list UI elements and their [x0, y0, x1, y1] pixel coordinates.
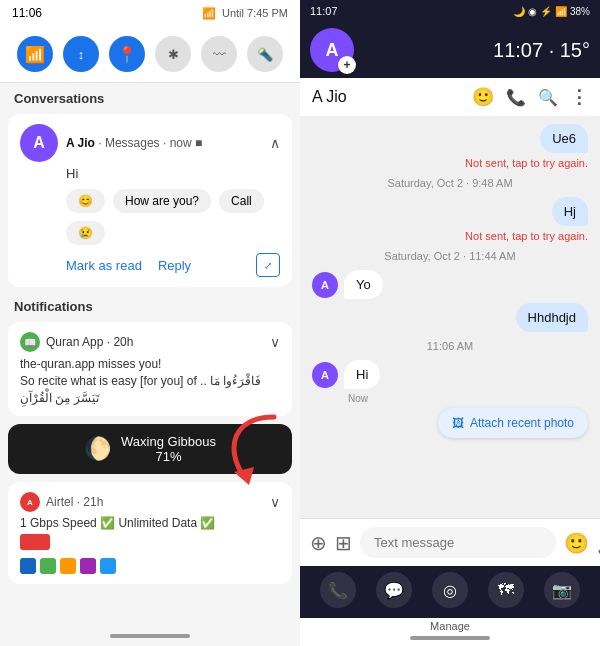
chat-search-icon[interactable]: 🔍	[538, 88, 558, 107]
moon-status: 🌙	[513, 6, 525, 17]
conversation-card: A A Jio · Messages · now ■ ∧ Hi 😊	[8, 114, 292, 287]
chrome-nav-icon[interactable]: ◎	[432, 572, 468, 608]
chat-phone-icon[interactable]: 📞	[506, 88, 526, 107]
location-tile[interactable]: 📍	[109, 36, 145, 72]
small-icon-5	[100, 558, 116, 574]
not-sent-1[interactable]: Not sent, tap to try again.	[465, 157, 588, 169]
msg-hj: Hj	[552, 197, 588, 226]
nfc-tile[interactable]: 〰	[201, 36, 237, 72]
flashlight-tile[interactable]: 🔦	[247, 36, 283, 72]
msg-hhdhdjd: Hhdhdjd	[516, 303, 588, 332]
airtel-name: Airtel · 21h	[46, 495, 103, 509]
call-action[interactable]: Call	[219, 189, 264, 213]
signal-right: ⚡	[540, 6, 552, 17]
chat-action-icons: 🙂 📞 🔍 ⋮	[472, 86, 588, 108]
status-bar-right: 11:07 🌙 ◉ ⚡ 📶 38%	[300, 0, 600, 22]
chat-more-icon[interactable]: ⋮	[570, 86, 588, 108]
bluetooth-tile[interactable]: ✱	[155, 36, 191, 72]
msg-ue6: Ue6	[540, 124, 588, 153]
until-label: Until 7:45 PM	[222, 7, 288, 19]
right-panel: 11:07 🌙 ◉ ⚡ 📶 38% A + 11:07 · 15° A Jio …	[300, 0, 600, 646]
dnd-status: ◉	[528, 6, 537, 17]
emoji-input-icon[interactable]: 🙂	[564, 531, 589, 555]
date-divider-1: Saturday, Oct 2 · 9:48 AM	[387, 173, 512, 193]
date-divider-2: Saturday, Oct 2 · 11:44 AM	[384, 246, 515, 266]
msg-yo-row: A Yo	[312, 270, 588, 299]
quran-icon: 📖	[20, 332, 40, 352]
expand-icon[interactable]: ⤢	[256, 253, 280, 277]
status-bar-left: 11:06 📶 Until 7:45 PM	[0, 0, 300, 26]
small-icons-row	[20, 558, 280, 574]
notif-header: 📖 Quran App · 20h ∨	[20, 332, 280, 352]
conv-footer: Mark as read Reply ⤢	[66, 253, 280, 277]
collapse-icon[interactable]: ∧	[270, 135, 280, 151]
msg-hi: Hi	[344, 360, 380, 389]
msg-avatar-yo: A	[312, 272, 338, 298]
airtel-card: A Airtel · 21h ∨ 1 Gbps Speed ✅ Unlimite…	[8, 482, 292, 584]
wifi-tile[interactable]: 📶	[17, 36, 53, 72]
add-badge[interactable]: +	[338, 56, 356, 74]
phone-nav-icon[interactable]: 📞	[320, 572, 356, 608]
quran-notif-text: the-quran.app misses you! So recite what…	[20, 356, 280, 406]
emoji-action-1[interactable]: 😊	[66, 189, 105, 213]
conv-meta: A Jio · Messages · now ■	[66, 136, 202, 150]
floating-header: A + 11:07 · 15°	[300, 22, 600, 78]
bottom-indicator-left	[0, 626, 300, 646]
emoji-action-2[interactable]: 😢	[66, 221, 105, 245]
input-area: ⊕ ⊞ 🙂 🎤	[300, 518, 600, 566]
small-icon-2	[40, 558, 56, 574]
signal-icon: 📶	[202, 7, 216, 20]
quran-notification: 📖 Quran App · 20h ∨ the-quran.app misses…	[8, 322, 292, 416]
conv-message: Hi	[66, 166, 280, 181]
right-top-section: 11:07 🌙 ◉ ⚡ 📶 38% A + 11:07 · 15°	[300, 0, 600, 78]
quran-app-name: Quran App · 20h	[46, 335, 133, 349]
reply-btn[interactable]: Reply	[158, 258, 191, 273]
not-sent-2[interactable]: Not sent, tap to try again.	[465, 230, 588, 242]
attach-icon: 🖼	[452, 416, 464, 430]
notifications-label: Notifications	[0, 291, 300, 318]
data-tile[interactable]: ↕	[63, 36, 99, 72]
chat-contact-name: A Jio	[312, 88, 347, 106]
how-are-you-action[interactable]: How are you?	[113, 189, 211, 213]
chat-emoji-icon[interactable]: 🙂	[472, 86, 494, 108]
mark-as-read-btn[interactable]: Mark as read	[66, 258, 142, 273]
airtel-icon: A	[20, 492, 40, 512]
conv-header: A A Jio · Messages · now ■ ∧	[20, 124, 280, 162]
status-icons-right: 🌙 ◉ ⚡ 📶 38%	[513, 6, 590, 17]
manage-label[interactable]: Manage	[430, 620, 470, 632]
small-icon-3	[60, 558, 76, 574]
notif-expand[interactable]: ∨	[270, 334, 280, 350]
add-icon[interactable]: ⊕	[310, 531, 327, 555]
airtel-expand[interactable]: ∨	[270, 494, 280, 510]
conv-avatar: A	[20, 124, 58, 162]
home-indicator-left	[110, 634, 190, 638]
messages-nav-icon[interactable]: 💬	[376, 572, 412, 608]
right-avatar[interactable]: A +	[310, 28, 354, 72]
time-left: 11:06	[12, 6, 42, 20]
attach-recent-photo-btn[interactable]: 🖼 Attach recent photo	[438, 408, 588, 438]
msg-yo: Yo	[344, 270, 383, 299]
moon-icon: 🌔	[84, 436, 111, 462]
chat-area: Ue6 Not sent, tap to try again. Saturday…	[300, 116, 600, 518]
chat-app-bar: A Jio 🙂 📞 🔍 ⋮	[300, 78, 600, 116]
small-icon-4	[80, 558, 96, 574]
battery-right: 38%	[570, 6, 590, 17]
wifi-right: 📶	[555, 6, 567, 17]
quick-tiles-row: 📶 ↕ 📍 ✱ 〰 🔦	[0, 26, 300, 83]
conv-actions: 😊 How are you? Call 😢	[66, 189, 280, 245]
msg-avatar-hi: A	[312, 362, 338, 388]
left-panel: 11:06 📶 Until 7:45 PM 📶 ↕ 📍 ✱ 〰 🔦 Conver…	[0, 0, 300, 646]
attachment-icon[interactable]: ⊞	[335, 531, 352, 555]
conversations-label: Conversations	[0, 83, 300, 110]
home-indicator-right	[410, 636, 490, 640]
small-icon-1	[20, 558, 36, 574]
maps-nav-icon[interactable]: 🗺	[488, 572, 524, 608]
time-right: 11:07	[310, 5, 338, 17]
moon-text: Waxing Gibbous 71%	[121, 434, 216, 464]
moon-card: 🌔 Waxing Gibbous 71%	[8, 424, 292, 474]
camera-nav-icon[interactable]: 📷	[544, 572, 580, 608]
msg-hi-row: A Hi	[312, 360, 588, 389]
message-input[interactable]	[360, 527, 556, 558]
manage-bar: Manage	[300, 618, 600, 646]
date-divider-3: 11:06 AM	[427, 336, 473, 356]
